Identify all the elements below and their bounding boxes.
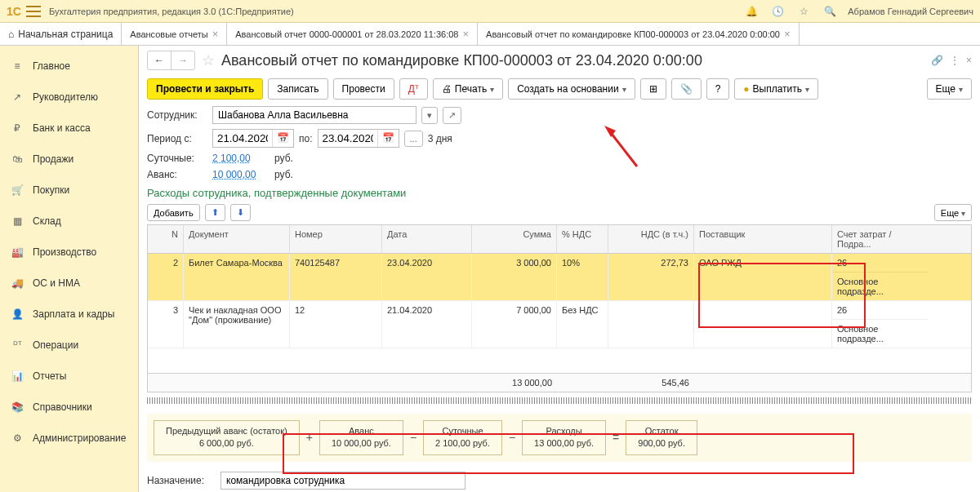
post-button[interactable]: Провести — [333, 78, 394, 100]
more-button[interactable]: Еще — [927, 78, 972, 100]
create-based-button[interactable]: Создать на основании — [508, 78, 635, 100]
help-button[interactable]: ? — [706, 78, 730, 100]
open-employee-button[interactable]: ↗ — [443, 107, 461, 124]
close-icon[interactable]: × — [784, 28, 791, 40]
sidebar-item-warehouse[interactable]: ▦Склад — [0, 206, 138, 237]
tab-0[interactable]: Авансовые отчеты × — [122, 23, 227, 45]
sidebar-item-hr[interactable]: 👤Зарплата и кадры — [0, 299, 138, 330]
bag-icon: 🛍 — [10, 152, 24, 166]
col-vatamt[interactable]: НДС (в т.ч.) — [608, 225, 694, 253]
col-acct[interactable]: Счет затрат / Подра... — [832, 225, 928, 253]
tab-label: Авансовый отчет 0000-000001 от 28.03.202… — [235, 29, 458, 39]
calendar-icon[interactable]: 📅 — [272, 130, 293, 147]
star-icon[interactable]: ☆ — [202, 51, 215, 69]
calc-label: Аванс — [332, 425, 391, 437]
col-n[interactable]: N — [148, 225, 184, 253]
col-num[interactable]: Номер — [290, 225, 382, 253]
ruble-icon: ₽ — [10, 121, 24, 135]
history-icon[interactable]: 🕓 — [769, 3, 786, 20]
col-date[interactable]: Дата — [382, 225, 472, 253]
more-icon[interactable]: ⋮ — [950, 55, 960, 66]
cell-doc: Билет Самара-Москва — [184, 254, 290, 300]
perdiem-link[interactable]: 2 100,00 — [212, 153, 270, 164]
sidebar-item-manager[interactable]: ↗Руководителю — [0, 82, 138, 113]
sidebar-item-operations[interactable]: ᴰᵀОперации — [0, 330, 138, 361]
cell-n: 2 — [148, 254, 184, 300]
attach-button[interactable]: 📎 — [671, 78, 702, 100]
perdiem-label: Суточные: — [147, 153, 207, 164]
cell-supp — [694, 301, 832, 348]
scrollbar[interactable] — [147, 397, 972, 404]
cell-sum: 3 000,00 — [472, 254, 557, 300]
cell-vat: Без НДС — [557, 301, 608, 348]
col-doc[interactable]: Документ — [184, 225, 290, 253]
sidebar-item-purchases[interactable]: 🛒Покупки — [0, 175, 138, 206]
sidebar-item-production[interactable]: 🏭Производство — [0, 237, 138, 268]
print-button[interactable]: 🖨 Печать — [433, 78, 503, 100]
movements-button[interactable]: Дᵀ — [399, 78, 428, 100]
sidebar-item-label: Справочники — [33, 401, 92, 413]
grid-footer: 13 000,00 545,46 — [148, 373, 971, 392]
notifications-icon[interactable]: 🔔 — [743, 3, 760, 20]
period-more-button[interactable]: ... — [404, 131, 423, 147]
sidebar-item-catalogs[interactable]: 📚Справочники — [0, 392, 138, 423]
sidebar-item-main[interactable]: ≡Главное — [0, 51, 138, 82]
pay-button[interactable]: ● Выплатить — [734, 78, 818, 100]
save-button[interactable]: Записать — [268, 78, 327, 100]
cell-date: 23.04.2020 — [382, 254, 472, 300]
move-up-button[interactable]: ⬆ — [205, 204, 225, 221]
close-icon[interactable]: × — [966, 55, 972, 66]
sidebar-item-admin[interactable]: ⚙Администрирование — [0, 423, 138, 454]
sidebar-item-reports[interactable]: 📊Отчеты — [0, 361, 138, 392]
tab-1[interactable]: Авансовый отчет 0000-000001 от 28.03.202… — [227, 23, 478, 45]
minus-icon: − — [410, 431, 416, 444]
topbar: 1C Бухгалтерия предприятия, редакция 3.0… — [0, 0, 980, 23]
current-user[interactable]: Абрамов Геннадий Сергеевич — [848, 7, 973, 16]
col-sum[interactable]: Сумма — [472, 225, 557, 253]
select-employee-button[interactable]: ▾ — [421, 107, 438, 124]
favorite-icon[interactable]: ☆ — [795, 3, 812, 20]
close-icon[interactable]: × — [462, 28, 469, 40]
col-supp[interactable]: Поставщик — [694, 225, 832, 253]
search-icon[interactable]: 🔍 — [822, 3, 838, 20]
table-row[interactable]: 3 Чек и накладная ООО "Дом" (проживание)… — [148, 301, 971, 348]
add-button[interactable]: Добавить — [147, 204, 200, 221]
equals-icon: = — [612, 431, 619, 444]
table-row[interactable]: 2 Билет Самара-Москва 740125487 23.04.20… — [148, 254, 971, 301]
date-to-input[interactable] — [318, 130, 377, 147]
move-down-button[interactable]: ⬇ — [230, 204, 251, 221]
expense-grid: N Документ Номер Дата Сумма % НДС НДС (в… — [147, 224, 972, 392]
link-icon[interactable]: 🔗 — [931, 55, 943, 66]
structure-button[interactable]: ⊞ — [640, 78, 666, 100]
sidebar-item-sales[interactable]: 🛍Продажи — [0, 144, 138, 175]
sidebar-item-bank[interactable]: ₽Банк и касса — [0, 113, 138, 144]
pay-label: Выплатить — [753, 83, 803, 95]
sidebar-item-label: Зарплата и кадры — [33, 308, 114, 320]
calc-expenses: Расходы13 000,00 руб. — [522, 420, 606, 455]
forward-button[interactable]: → — [172, 51, 194, 69]
sidebar-item-assets[interactable]: 🚚ОС и НМА — [0, 268, 138, 299]
person-icon: 👤 — [10, 307, 24, 321]
tab-2[interactable]: Авансовый отчет по командировке КП00-000… — [478, 23, 799, 45]
cell-doc: Чек и накладная ООО "Дом" (проживание) — [184, 301, 290, 348]
hamburger-icon[interactable] — [26, 6, 41, 17]
purpose-input[interactable] — [220, 472, 466, 490]
employee-field[interactable] — [212, 106, 416, 124]
sidebar: ≡Главное ↗Руководителю ₽Банк и касса 🛍Пр… — [0, 46, 139, 492]
sub-more-button[interactable]: Еще — [934, 204, 972, 221]
close-icon[interactable]: × — [212, 28, 219, 40]
calendar-icon[interactable]: 📅 — [377, 130, 399, 147]
date-to-wrap: 📅 — [318, 129, 399, 148]
advance-link[interactable]: 10 000,00 — [212, 169, 270, 180]
date-from-input[interactable] — [213, 130, 272, 147]
sidebar-item-label: Администрирование — [33, 432, 126, 444]
col-vat[interactable]: % НДС — [557, 225, 608, 253]
cell-sum: 7 000,00 — [472, 301, 557, 348]
calc-value: 900,00 руб. — [638, 437, 685, 450]
sidebar-item-label: ОС и НМА — [33, 277, 80, 289]
sidebar-item-label: Операции — [33, 339, 78, 351]
back-button[interactable]: ← — [148, 51, 172, 69]
home-tab[interactable]: ⌂ Начальная страница — [0, 23, 122, 45]
truck-icon: 🚚 — [10, 276, 24, 290]
post-close-button[interactable]: Провести и закрыть — [147, 78, 263, 100]
